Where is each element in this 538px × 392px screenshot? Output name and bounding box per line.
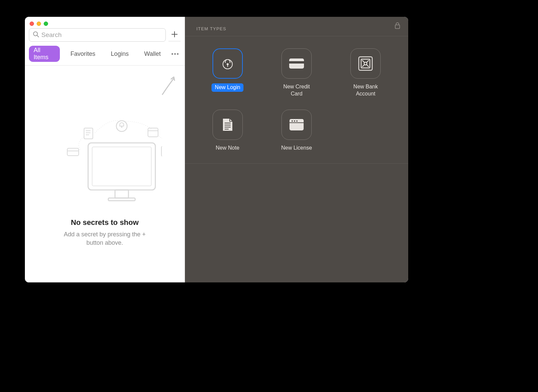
item-type-license-label: New License [281,145,312,152]
item-type-credit-card-label: New Credit Card [278,83,315,97]
add-button[interactable] [168,29,181,41]
svg-rect-20 [395,25,400,29]
svg-rect-18 [161,146,162,156]
svg-point-39 [294,120,295,122]
svg-rect-7 [108,198,135,201]
login-icon [213,48,243,79]
left-panel: All Items Favorites Logins Wallet [25,17,185,282]
item-type-note-label: New Note [216,145,239,152]
svg-point-30 [364,62,367,65]
empty-illustration-icon [48,66,162,205]
more-tabs-button[interactable] [171,53,181,55]
empty-state: No secrets to show Add a secret by press… [25,66,185,282]
item-type-credit-card[interactable]: New Credit Card [265,48,328,97]
empty-title: No secrets to show [71,218,139,227]
tab-logins[interactable]: Logins [106,49,133,58]
lock-app-button[interactable] [395,22,400,30]
search-input[interactable] [41,31,162,39]
svg-rect-16 [148,128,158,137]
tab-wallet[interactable]: Wallet [140,49,165,58]
svg-rect-10 [84,128,93,139]
item-type-license[interactable]: New License [265,110,328,152]
svg-rect-25 [289,61,304,64]
hint-arrow-icon [160,76,177,97]
credit-card-icon [281,48,312,79]
app-window: All Items Favorites Logins Wallet [25,17,408,282]
close-window-button[interactable] [30,22,34,26]
item-type-note[interactable]: New Note [196,110,259,152]
svg-point-38 [292,120,293,122]
item-type-bank-account[interactable]: New Bank Account [335,48,397,97]
minimize-window-button[interactable] [37,22,41,26]
svg-rect-23 [227,65,228,67]
dots-icon [171,53,173,55]
toolbar [25,27,185,44]
item-type-bank-account-label: New Bank Account [347,83,384,97]
tab-all-items[interactable]: All Items [29,46,60,62]
plus-icon [171,30,178,40]
item-type-login[interactable]: New Login [196,48,259,97]
svg-rect-6 [115,190,128,198]
section-header: ITEM TYPES [185,17,408,36]
svg-point-9 [121,126,122,128]
note-icon [213,110,243,140]
search-icon [33,31,41,39]
search-box[interactable] [29,28,166,42]
filter-tabs: All Items Favorites Logins Wallet [25,44,185,66]
license-icon [281,110,312,140]
zoom-window-button[interactable] [44,22,48,26]
svg-rect-5 [92,147,151,186]
lock-icon [395,22,400,29]
svg-point-40 [296,120,298,122]
safe-icon [350,48,381,79]
right-panel: ITEM TYPES New Login [185,17,408,282]
svg-rect-14 [67,148,79,156]
svg-rect-4 [88,143,155,190]
item-type-login-label: New Login [212,83,244,92]
svg-line-1 [37,35,39,37]
item-type-grid: New Login New Credit Card [185,36,408,164]
tab-favorites[interactable]: Favorites [66,49,100,58]
empty-subtitle: Add a secret by pressing the + button ab… [58,230,152,247]
window-controls [25,17,185,27]
